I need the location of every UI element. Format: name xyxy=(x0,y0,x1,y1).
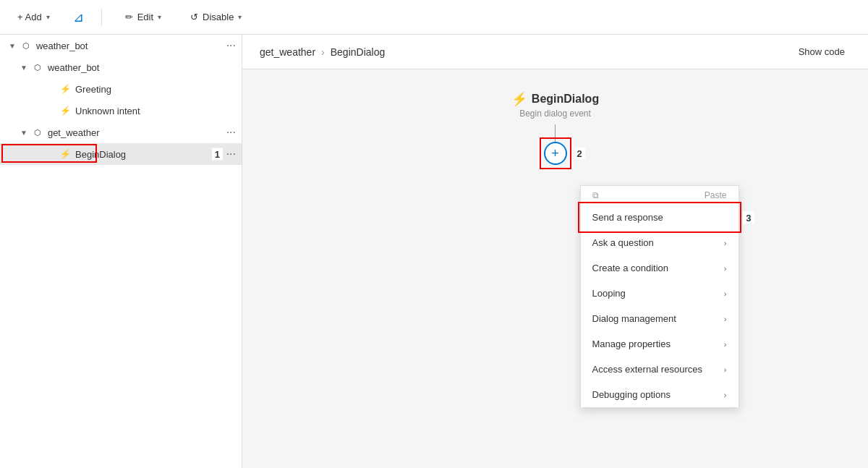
disable-icon: ↺ xyxy=(190,12,198,22)
create-condition-label: Create a condition xyxy=(592,263,669,273)
trigger-icon xyxy=(59,148,71,160)
manage-properties-label: Manage properties xyxy=(592,339,671,349)
sidebar-item-get-weather[interactable]: ▼ get_weather ··· xyxy=(0,122,242,143)
dialog-icon xyxy=(32,61,43,73)
sidebar-item-label: weather_bot xyxy=(48,62,100,73)
edit-chevron-icon: ▾ xyxy=(158,13,161,21)
more-icon[interactable]: ··· xyxy=(226,148,236,160)
chevron-right-icon: › xyxy=(724,315,727,323)
sidebar-item-label: Unknown intent xyxy=(75,106,140,116)
access-external-label: Access external resources xyxy=(592,364,702,375)
step3-label: 3 xyxy=(743,211,754,224)
canvas: ⚡ BeginDialog Begin dialog event + 2 xyxy=(242,69,868,468)
sidebar-item-weather-bot-root[interactable]: ▼ weather_bot ··· xyxy=(0,35,242,56)
sidebar-item-greeting[interactable]: Greeting xyxy=(0,78,242,100)
breadcrumb-bar: get_weather › BeginDialog Show code xyxy=(242,35,868,69)
toolbar: + Add ▾ ⊿ ✏ Edit ▾ ↺ Disable ▾ xyxy=(0,0,868,35)
chevron-right-icon: › xyxy=(724,289,727,298)
sidebar-item-begin-dialog[interactable]: BeginDialog 1 ··· xyxy=(0,143,242,165)
breadcrumb-part1: get_weather xyxy=(260,46,315,58)
disable-label: Disable xyxy=(203,12,234,22)
add-chevron-icon: ▾ xyxy=(46,13,50,21)
node-subtitle: Begin dialog event xyxy=(519,109,591,119)
node-title: ⚡ BeginDialog xyxy=(511,91,599,107)
content-area: get_weather › BeginDialog Show code ⚡ Be… xyxy=(242,35,868,468)
access-external-resources-menu-item[interactable]: Access external resources › xyxy=(581,357,739,382)
looping-menu-item[interactable]: Looping › xyxy=(581,281,739,306)
trigger-icon xyxy=(59,105,71,116)
send-response-menu-item[interactable]: Send a response 3 xyxy=(581,205,739,230)
edit-button[interactable]: ✏ Edit ▾ xyxy=(119,7,167,27)
paste-label: Paste xyxy=(705,190,727,200)
node-title-text: BeginDialog xyxy=(532,93,599,106)
chevron-right-icon: › xyxy=(724,391,727,399)
sidebar: ▼ weather_bot ··· ▼ weather_bot Greeting… xyxy=(0,35,242,468)
chevron-right-icon: › xyxy=(724,365,727,374)
breadcrumb-separator: › xyxy=(321,46,325,58)
send-response-label: Send a response xyxy=(592,212,663,223)
add-label: + Add xyxy=(17,12,42,22)
toolbar-divider xyxy=(101,9,102,26)
more-icon[interactable]: ··· xyxy=(226,127,236,138)
looping-label: Looping xyxy=(592,288,626,299)
dropdown-menu: Paste Send a response 3 Ask a question › xyxy=(580,185,739,408)
disable-chevron-icon: ▾ xyxy=(238,13,242,21)
chevron-right-icon: › xyxy=(724,340,727,349)
sidebar-item-label: BeginDialog xyxy=(75,149,126,160)
sidebar-item-label: get_weather xyxy=(48,127,100,138)
begin-dialog-node: ⚡ BeginDialog Begin dialog event + 2 xyxy=(511,91,599,165)
dialog-management-menu-item[interactable]: Dialog management › xyxy=(581,306,739,331)
dialog-management-label: Dialog management xyxy=(592,313,676,324)
edit-icon: ✏ xyxy=(125,12,133,22)
step2-label: 2 xyxy=(574,148,585,160)
add-button-wrapper: + 2 Paste Send a response xyxy=(544,142,567,165)
edit-label: Edit xyxy=(137,12,153,22)
dialog-icon xyxy=(32,127,43,138)
add-node-button[interactable]: + xyxy=(544,142,567,165)
ask-question-menu-item[interactable]: Ask a question › xyxy=(581,230,739,255)
breadcrumb: get_weather › BeginDialog xyxy=(260,46,385,58)
node-header: ⚡ BeginDialog Begin dialog event xyxy=(511,91,599,119)
filter-icon[interactable]: ⊿ xyxy=(73,9,84,25)
manage-properties-menu-item[interactable]: Manage properties › xyxy=(581,331,739,357)
paste-menu-item[interactable]: Paste xyxy=(581,186,739,205)
show-code-button[interactable]: Show code xyxy=(793,43,851,60)
expand-icon: ▼ xyxy=(20,129,27,137)
sidebar-item-unknown-intent[interactable]: Unknown intent xyxy=(0,100,242,122)
chevron-right-icon: › xyxy=(724,239,727,247)
disable-button[interactable]: ↺ Disable ▾ xyxy=(184,7,247,27)
trigger-icon xyxy=(59,83,71,95)
main-layout: ▼ weather_bot ··· ▼ weather_bot Greeting… xyxy=(0,35,868,468)
expand-icon: ▼ xyxy=(20,64,27,72)
expand-icon: ▼ xyxy=(9,42,16,50)
create-condition-menu-item[interactable]: Create a condition › xyxy=(581,255,739,281)
dialog-icon xyxy=(20,40,32,51)
sidebar-item-label: weather_bot xyxy=(36,41,88,51)
sidebar-item-label: Greeting xyxy=(75,84,111,95)
chevron-right-icon: › xyxy=(724,264,727,273)
more-icon[interactable]: ··· xyxy=(226,40,236,51)
node-lightning-icon: ⚡ xyxy=(511,91,527,107)
show-code-label: Show code xyxy=(799,46,845,57)
paste-icon xyxy=(592,190,599,200)
debugging-label: Debugging options xyxy=(592,389,671,400)
ask-question-label: Ask a question xyxy=(592,237,654,248)
add-button[interactable]: + Add ▾ xyxy=(12,7,56,27)
connector-line xyxy=(555,124,556,142)
step1-label: 1 xyxy=(212,148,223,161)
breadcrumb-part2: BeginDialog xyxy=(331,46,386,58)
sidebar-item-weather-bot-child[interactable]: ▼ weather_bot xyxy=(0,56,242,78)
debugging-options-menu-item[interactable]: Debugging options › xyxy=(581,382,739,407)
